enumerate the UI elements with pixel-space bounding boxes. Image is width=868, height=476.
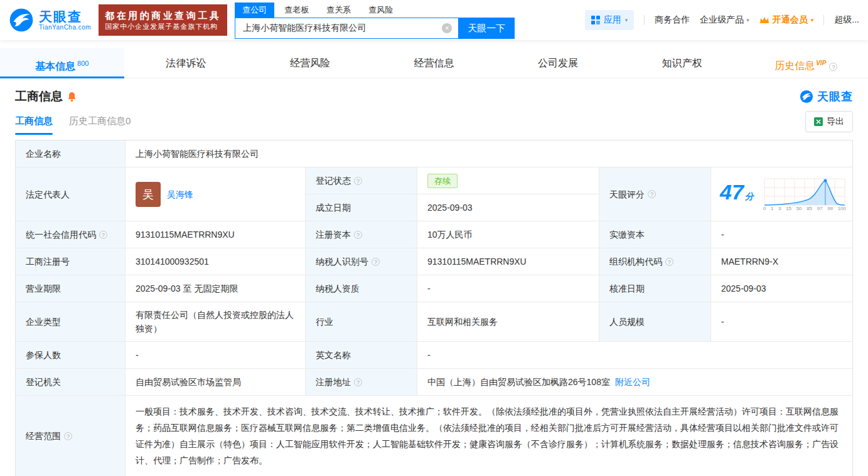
apps-menu[interactable]: 应用 ▾ <box>585 10 635 30</box>
vip-tag: VIP <box>816 60 826 66</box>
company-nav-tabs: 基本信息800 法律诉讼 经营风险 经营信息 公司发展 知识产权 历史信息VIP <box>0 48 868 78</box>
taxpayer-id-value: 91310115MAETRRN9XU <box>417 248 599 275</box>
table-row: 经营范围 一般项目：技术服务、技术开发、技术咨询、技术交流、技术转让、技术推广；… <box>16 396 852 476</box>
establish-date-label: 成立日期 <box>306 194 417 221</box>
promo-line1: 都在用的商业查询工具 <box>105 9 221 22</box>
tab-label: 公司发展 <box>538 58 578 68</box>
help-icon[interactable] <box>829 63 837 71</box>
menu-enterprise[interactable]: 企业级产品 ▾ <box>700 14 749 26</box>
logo-domain: TianYanCha.com <box>39 24 91 31</box>
staff-size-label: 人员规模 <box>599 302 711 342</box>
help-icon[interactable] <box>354 177 362 185</box>
section-title: 工商信息 <box>15 88 63 105</box>
paid-capital-value: - <box>711 221 852 248</box>
search-box <box>235 18 458 39</box>
tab-label: 经营风险 <box>290 58 330 68</box>
help-icon[interactable] <box>665 258 673 266</box>
paid-capital-label: 实缴资本 <box>599 221 711 248</box>
business-scope-label: 经营范围 <box>16 396 126 476</box>
tab-legal-litigation[interactable]: 法律诉讼 <box>124 48 249 78</box>
search-tab-relation[interactable]: 查关系 <box>319 3 358 18</box>
reg-status-label: 登记状态 <box>306 167 417 194</box>
help-icon[interactable] <box>354 378 362 386</box>
reg-address-value: 中国（上海）自由贸易试验区加枫路26号108室 附近公司 <box>417 369 852 396</box>
tab-intellectual-property[interactable]: 知识产权 <box>620 48 744 78</box>
search-input[interactable] <box>235 18 458 38</box>
vip-label: 开通会员 <box>773 14 808 26</box>
insured-count-label: 参保人数 <box>16 342 126 369</box>
tab-label: 基本信息 <box>35 61 75 71</box>
reg-authority-value: 自由贸易试验区市场监管局 <box>126 369 306 396</box>
help-icon[interactable] <box>372 258 380 266</box>
score-curve <box>763 177 846 206</box>
taxpayer-qualification-value: - <box>417 275 599 302</box>
tab-basic-info[interactable]: 基本信息800 <box>0 48 124 78</box>
approval-date-value: 2025-09-03 <box>711 275 852 302</box>
business-scope-value: 一般项目：技术服务、技术开发、技术咨询、技术交流、技术转让、技术推广；软件开发。… <box>126 396 852 476</box>
company-type-label: 企业类型 <box>16 302 126 342</box>
score-distribution-chart: 0131550859799100 <box>763 177 846 211</box>
menu-divider <box>823 15 824 25</box>
tianyancha-logo[interactable]: 天眼查 TianYanCha.com <box>9 8 91 33</box>
industry-label: 行业 <box>306 302 417 342</box>
search-tab-boss[interactable]: 查老板 <box>277 3 316 18</box>
bell-icon[interactable] <box>67 92 77 102</box>
taxpayer-qualification-label: 纳税人资质 <box>306 275 417 302</box>
subtab-history-business-info[interactable]: 历史工商信息0 <box>69 115 131 135</box>
credit-code-value: 91310115MAETRRN9XU <box>126 221 306 248</box>
help-icon[interactable] <box>64 432 72 440</box>
menu-cooperation[interactable]: 商务合作 <box>655 14 690 26</box>
english-name-label: 英文名称 <box>306 342 417 369</box>
score-axis-ticks: 0131550859799100 <box>763 206 846 211</box>
export-button[interactable]: 导出 <box>805 111 853 132</box>
tab-history-info[interactable]: 历史信息VIP <box>744 48 868 78</box>
establish-date-value: 2025-09-03 <box>417 194 599 221</box>
reg-capital-label: 注册资本 <box>306 221 417 248</box>
menu-divider <box>644 15 645 25</box>
subtab-business-info[interactable]: 工商信息 <box>15 115 53 135</box>
search-button[interactable]: 天眼一下 <box>458 18 515 39</box>
crown-icon <box>759 16 769 24</box>
insured-count-value: - <box>126 342 306 369</box>
tab-company-development[interactable]: 公司发展 <box>496 48 620 78</box>
tab-label: 法律诉讼 <box>166 58 206 68</box>
apps-label: 应用 <box>604 14 621 26</box>
nearby-companies-link[interactable]: 附近公司 <box>615 375 650 389</box>
reg-status-value: 存续 <box>417 167 599 194</box>
help-icon[interactable] <box>648 190 656 198</box>
tab-label: 知识产权 <box>662 58 702 68</box>
chevron-down-icon: ▾ <box>746 17 749 23</box>
org-code-value: MAETRRN9-X <box>711 248 852 275</box>
promo-line2: 国家中小企业发展子基金旗下机构 <box>105 22 221 31</box>
reg-capital-value: 10万人民币 <box>417 221 599 248</box>
search-area: 查公司 查老板 查关系 查风险 天眼一下 <box>235 0 515 40</box>
score-number: 47分 <box>720 185 754 203</box>
legal-rep-link[interactable]: 吴海锋 <box>167 188 193 201</box>
legal-rep-avatar[interactable]: 吴 <box>136 182 161 207</box>
score-label: 天眼评分 <box>599 167 711 221</box>
search-tab-risk[interactable]: 查风险 <box>361 3 400 18</box>
menu-super[interactable]: 超级... <box>834 14 859 26</box>
search-row: 天眼一下 <box>235 18 515 39</box>
export-label: 导出 <box>827 116 844 127</box>
tab-business-risk[interactable]: 经营风险 <box>248 48 372 78</box>
company-name-label: 企业名称 <box>16 140 126 167</box>
table-row: 登记机关 自由贸易试验区市场监管局 注册地址 中国（上海）自由贸易试验区加枫路2… <box>16 369 852 396</box>
business-info-table: 企业名称 上海小荷智能医疗科技有限公司 法定代表人 吴 吴海锋 登记状态 存续 … <box>15 140 853 476</box>
table-row: 统一社会信用代码 91310115MAETRRN9XU 注册资本 10万人民币 … <box>16 221 852 248</box>
english-name-value: - <box>417 342 852 369</box>
business-term-label: 营业期限 <box>16 275 126 302</box>
help-icon[interactable] <box>354 231 362 239</box>
tab-business-info[interactable]: 经营信息 <box>372 48 496 78</box>
search-tab-company[interactable]: 查公司 <box>235 3 274 18</box>
table-row: 营业期限 2025-09-03 至 无固定期限 纳税人资质 - 核准日期 202… <box>16 275 852 302</box>
logo-text: 天眼查 TianYanCha.com <box>39 9 91 31</box>
reg-address-label: 注册地址 <box>306 369 417 396</box>
chevron-down-icon: ▾ <box>625 17 628 23</box>
org-code-label: 组织机构代码 <box>599 248 711 275</box>
help-icon[interactable] <box>99 231 107 239</box>
menu-open-vip[interactable]: 开通会员 ▾ <box>759 14 814 26</box>
business-term-value: 2025-09-03 至 无固定期限 <box>126 275 306 302</box>
sub-tabs: 工商信息 历史工商信息0 导出 <box>0 107 868 135</box>
section-title-wrap: 工商信息 <box>15 88 77 105</box>
